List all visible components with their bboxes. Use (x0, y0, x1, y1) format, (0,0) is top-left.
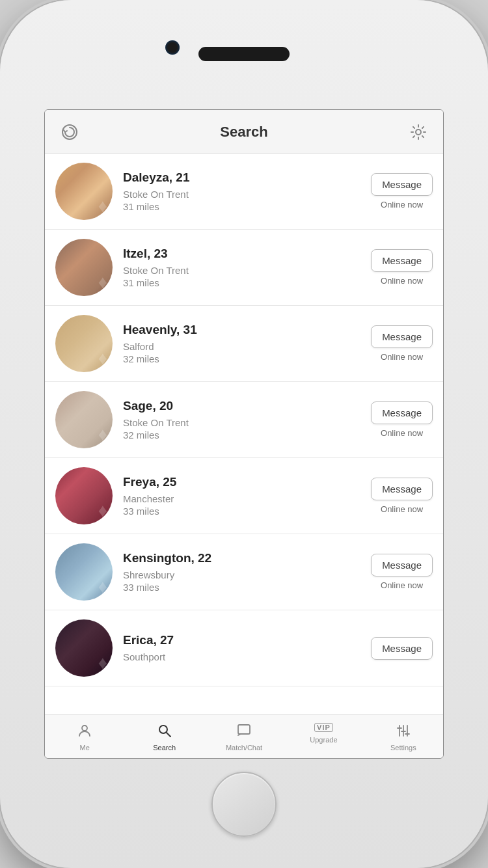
profile-name: Sage, 20 (123, 399, 371, 413)
speaker (198, 47, 290, 61)
message-button[interactable]: Message (371, 554, 433, 576)
message-button[interactable]: Message (371, 478, 433, 500)
profile-item[interactable]: Heavenly, 31 Salford 32 miles Message On… (45, 306, 443, 382)
online-status: Online now (381, 276, 423, 286)
profile-actions: Message Online now (371, 554, 433, 590)
profile-distance: 31 miles (123, 201, 371, 212)
profile-item[interactable]: Kensington, 22 Shrewsbury 33 miles Messa… (45, 534, 443, 610)
profile-name: Itzel, 23 (123, 247, 371, 261)
profile-actions: Message Online now (371, 249, 433, 286)
online-status: Online now (381, 580, 423, 590)
app-header: Search (45, 110, 443, 154)
profile-distance: 33 miles (123, 506, 371, 517)
avatar (55, 391, 113, 448)
profile-info: Daleyza, 21 Stoke On Trent 31 miles (113, 170, 371, 212)
profile-location: Shrewsbury (123, 569, 371, 580)
profile-distance: 32 miles (123, 353, 371, 364)
profile-actions: Message (371, 637, 433, 660)
avatar (55, 543, 113, 601)
me-icon (77, 723, 92, 741)
avatar (55, 239, 113, 296)
profile-location: Manchester (123, 493, 371, 504)
online-status: Online now (381, 428, 423, 438)
nav-item-upgrade[interactable]: VIP Upgrade (284, 720, 363, 754)
profile-info: Itzel, 23 Stoke On Trent 31 miles (113, 247, 371, 288)
avatar (55, 315, 113, 372)
profile-info: Freya, 25 Manchester 33 miles (113, 475, 371, 517)
profile-location: Stoke On Trent (123, 265, 371, 276)
settings-nav-icon (396, 723, 411, 741)
svg-point-2 (82, 726, 87, 731)
avatar (55, 467, 113, 524)
nav-label-search: Search (153, 744, 176, 752)
refresh-icon[interactable] (58, 120, 81, 144)
online-status: Online now (381, 504, 423, 514)
app-screen: Search Daleyza, 21 Stoke On Trent 31 mil… (44, 109, 444, 759)
profile-item[interactable]: Sage, 20 Stoke On Trent 32 miles Message… (45, 382, 443, 458)
profile-item[interactable]: Erica, 27 Southport Message (45, 610, 443, 686)
profile-name: Freya, 25 (123, 475, 371, 489)
camera (165, 40, 180, 55)
nav-label-match-chat: Match/Chat (226, 744, 262, 752)
profile-name: Kensington, 22 (123, 551, 371, 565)
profile-actions: Message Online now (371, 325, 433, 362)
svg-point-1 (416, 129, 421, 135)
profile-distance: 31 miles (123, 277, 371, 288)
page-title: Search (81, 124, 407, 141)
message-button[interactable]: Message (371, 637, 433, 660)
profile-info: Heavenly, 31 Salford 32 miles (113, 323, 371, 364)
profile-actions: Message Online now (371, 401, 433, 438)
message-button[interactable]: Message (371, 173, 433, 196)
online-status: Online now (381, 200, 423, 210)
profile-distance: 32 miles (123, 429, 371, 441)
profile-name: Heavenly, 31 (123, 323, 371, 337)
svg-point-3 (159, 726, 167, 733)
phone-shell: Search Daleyza, 21 Stoke On Trent 31 mil… (0, 0, 488, 868)
vip-badge: VIP (314, 723, 333, 732)
chat-icon (236, 723, 252, 741)
profile-info: Kensington, 22 Shrewsbury 33 miles (113, 551, 371, 593)
profile-distance: 33 miles (123, 582, 371, 593)
nav-label-settings: Settings (390, 744, 416, 752)
search-icon (157, 723, 172, 741)
message-button[interactable]: Message (371, 325, 433, 348)
nav-item-me[interactable]: Me (45, 720, 124, 754)
profile-item[interactable]: Freya, 25 Manchester 33 miles Message On… (45, 458, 443, 534)
message-button[interactable]: Message (371, 401, 433, 424)
profile-name: Erica, 27 (123, 633, 371, 647)
settings-icon[interactable] (407, 120, 430, 144)
nav-item-settings[interactable]: Settings (364, 720, 443, 754)
profile-location: Stoke On Trent (123, 417, 371, 428)
profile-location: Southport (123, 651, 371, 662)
bottom-nav: Me Search Match/Chat (45, 714, 443, 758)
profile-item[interactable]: Daleyza, 21 Stoke On Trent 31 miles Mess… (45, 154, 443, 230)
avatar (55, 163, 113, 220)
nav-item-match-chat[interactable]: Match/Chat (204, 720, 284, 754)
profile-info: Erica, 27 Southport (113, 633, 371, 664)
nav-item-search[interactable]: Search (124, 720, 204, 754)
nav-label-upgrade: Upgrade (310, 736, 337, 744)
message-button[interactable]: Message (371, 249, 433, 272)
online-status: Online now (381, 352, 423, 362)
profile-location: Stoke On Trent (123, 189, 371, 200)
profile-location: Salford (123, 341, 371, 352)
nav-label-me: Me (80, 744, 90, 752)
profile-actions: Message Online now (371, 173, 433, 210)
profile-info: Sage, 20 Stoke On Trent 32 miles (113, 399, 371, 441)
profile-list: Daleyza, 21 Stoke On Trent 31 miles Mess… (45, 154, 443, 714)
profile-item[interactable]: Itzel, 23 Stoke On Trent 31 miles Messag… (45, 230, 443, 306)
avatar (55, 619, 113, 677)
profile-actions: Message Online now (371, 478, 433, 514)
svg-rect-5 (238, 725, 250, 734)
svg-line-4 (167, 733, 170, 737)
home-button[interactable] (211, 772, 277, 837)
profile-name: Daleyza, 21 (123, 170, 371, 185)
